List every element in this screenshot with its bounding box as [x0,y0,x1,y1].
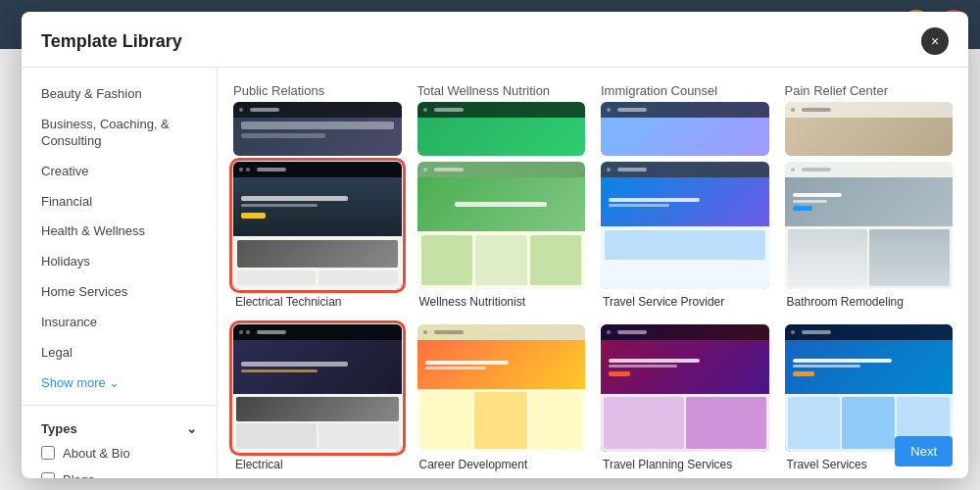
mock-body [601,394,769,452]
checkbox-about[interactable]: About & Bio [22,440,217,466]
mock-dot-1 [791,108,795,112]
types-section-title[interactable]: Types ⌄ [22,414,217,440]
template-label-career: Career Development [417,458,586,471]
sidebar-item-insurance[interactable]: Insurance [22,308,217,338]
mock-hero-text2 [609,365,677,368]
mock-header [233,324,402,340]
template-label-travel-service: Travel Service Provider [601,295,769,309]
mock-logo [802,168,831,172]
template-row-2: Electrical Technician [233,162,953,309]
next-button[interactable]: Next [895,436,953,466]
mock-logo [257,330,286,334]
template-card-public-relations[interactable] [233,102,402,156]
mock-header [601,324,769,340]
mock-header [417,162,586,177]
sidebar-item-home[interactable]: Home Services [22,277,217,308]
mock-dot-1 [607,330,611,334]
template-card-pain-relief[interactable] [785,102,954,156]
mock-hero-text [609,198,700,202]
modal-body: Beauty & Fashion Business, Coaching, & C… [22,68,968,478]
checkbox-blogs[interactable]: Blogs [22,466,217,478]
mock-header [417,324,586,340]
thumb-career [417,324,586,452]
mock-dot-1 [791,330,795,334]
mock-text [241,122,394,129]
mock-col-1 [788,397,841,449]
template-card-bathroom[interactable]: Bathroom Remodeling [785,162,954,309]
mock-col-2 [318,270,397,285]
mock-header [417,102,586,118]
mock-col-2 [842,397,895,449]
show-more-button[interactable]: Show more ⌄ [22,368,217,397]
chevron-icon: ⌄ [186,421,197,436]
mock-logo [257,168,286,172]
mock-logo [617,330,647,334]
thumb-bathroom [785,162,954,289]
template-card-travel-service[interactable]: Travel Service Provider [601,162,769,309]
mock-body [785,226,954,289]
mock-hero-text2 [609,204,669,207]
mock-hero [417,340,586,389]
mock-img [605,230,765,260]
mock-col-2 [869,229,950,286]
mock-img-inner [237,240,398,268]
thumb-immigration [601,102,769,156]
template-card-travel-planning[interactable]: Travel Planning Services [601,324,769,471]
template-card-wellness-nutrition[interactable] [417,102,586,156]
thumb-public-relations [233,102,402,156]
mock-hero [785,340,954,394]
mock-hero [417,177,586,231]
mock-col-1 [237,270,316,285]
mock-img [236,397,399,421]
mock-hero-text2 [793,365,861,368]
thumb-electrical-tech [233,162,402,289]
template-card-electrical-tech[interactable]: Electrical Technician [233,162,402,309]
mock-logo [250,108,279,112]
sidebar-item-health[interactable]: Health & Wellness [22,217,217,247]
checkbox-blogs-input[interactable] [41,472,55,478]
sidebar: Beauty & Fashion Business, Coaching, & C… [22,68,218,478]
mock-logo [617,168,647,172]
mock-col-2 [686,397,766,449]
mock-img [237,240,398,268]
mock-header [233,102,402,118]
pagination-area: Next [895,436,953,466]
mock-hero [785,177,954,226]
template-card-wellness-nutritionist[interactable]: Wellness Nutritionist [417,162,586,309]
mock-hero-text2 [425,367,486,369]
mock-logo [802,108,831,112]
mock-dot-1 [791,168,795,172]
thumb-pain-relief [785,102,954,156]
mock-header [601,162,769,177]
sidebar-item-legal[interactable]: Legal [22,338,217,368]
mock-body [233,236,402,289]
sidebar-item-financial[interactable]: Financial [22,187,217,218]
sidebar-item-holidays[interactable]: Holidays [22,247,217,277]
mock-dot-1 [239,108,243,112]
mock-text-group [793,193,842,211]
mock-col-3 [530,235,582,285]
template-card-immigration[interactable] [601,102,769,156]
template-library-modal: Template Library × Beauty & Fashion Busi… [22,12,968,478]
sidebar-divider [22,405,217,406]
sidebar-item-beauty[interactable]: Beauty & Fashion [22,79,217,110]
template-label-bathroom: Bathroom Remodeling [785,295,954,309]
mock-hero [233,177,402,236]
close-button[interactable]: × [921,27,949,55]
mock-dot-2 [246,168,250,172]
mock-hero-text [793,359,892,363]
mock-hero [601,340,769,394]
template-row-1 [233,102,953,156]
mock-dot-1 [607,168,611,172]
checkbox-about-input[interactable] [41,446,55,460]
mock-cta [241,213,266,219]
mock-dot-2 [246,330,250,334]
template-label-electrical: Electrical [233,458,402,471]
mock-body [417,389,586,452]
template-card-career[interactable]: Career Development [417,324,586,471]
sidebar-item-business[interactable]: Business, Coaching, & Consulting [22,110,217,157]
template-card-electrical[interactable]: Electrical [233,324,402,471]
thumb-travel-planning [601,324,769,452]
sidebar-item-creative[interactable]: Creative [22,157,217,187]
mock-hero-text2 [793,200,827,203]
